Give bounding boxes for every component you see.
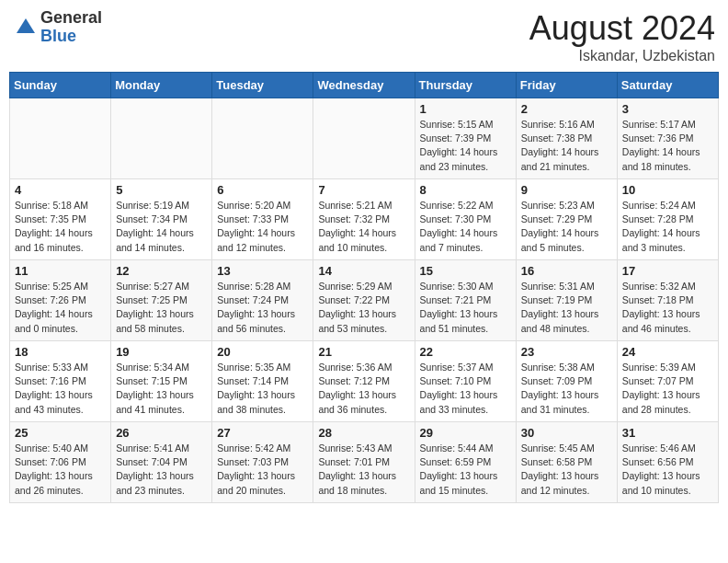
calendar-day-cell: 13Sunrise: 5:28 AM Sunset: 7:24 PM Dayli… [212,260,313,341]
day-info: Sunrise: 5:32 AM Sunset: 7:18 PM Dayligh… [622,280,713,336]
calendar-day-cell: 6Sunrise: 5:20 AM Sunset: 7:33 PM Daylig… [212,179,313,260]
day-number: 1 [420,102,511,116]
day-number: 30 [521,426,612,440]
calendar-day-cell [212,98,313,179]
day-info: Sunrise: 5:15 AM Sunset: 7:39 PM Dayligh… [420,118,511,174]
calendar-day-cell: 23Sunrise: 5:38 AM Sunset: 7:09 PM Dayli… [516,341,617,422]
day-number: 25 [15,426,106,440]
day-number: 20 [217,345,308,359]
day-info: Sunrise: 5:16 AM Sunset: 7:38 PM Dayligh… [521,118,612,174]
day-info: Sunrise: 5:28 AM Sunset: 7:24 PM Dayligh… [217,280,308,336]
calendar-day-cell: 5Sunrise: 5:19 AM Sunset: 7:34 PM Daylig… [111,179,212,260]
day-number: 11 [15,264,106,278]
title-area: August 2024 Iskandar, Uzbekistan [529,9,715,64]
weekday-header: Wednesday [313,73,415,98]
day-info: Sunrise: 5:22 AM Sunset: 7:30 PM Dayligh… [420,199,511,255]
calendar-day-cell: 18Sunrise: 5:33 AM Sunset: 7:16 PM Dayli… [10,341,111,422]
weekday-header: Sunday [10,73,111,98]
day-number: 13 [217,264,308,278]
calendar-day-cell: 14Sunrise: 5:29 AM Sunset: 7:22 PM Dayli… [313,260,415,341]
day-number: 21 [318,345,409,359]
day-info: Sunrise: 5:34 AM Sunset: 7:15 PM Dayligh… [116,361,207,417]
calendar-day-cell: 27Sunrise: 5:42 AM Sunset: 7:03 PM Dayli… [212,422,313,503]
calendar-day-cell: 22Sunrise: 5:37 AM Sunset: 7:10 PM Dayli… [415,341,516,422]
calendar-day-cell [111,98,212,179]
day-number: 28 [318,426,409,440]
day-info: Sunrise: 5:19 AM Sunset: 7:34 PM Dayligh… [116,199,207,255]
day-info: Sunrise: 5:41 AM Sunset: 7:04 PM Dayligh… [116,442,207,498]
calendar-day-cell [10,98,111,179]
day-info: Sunrise: 5:30 AM Sunset: 7:21 PM Dayligh… [420,280,511,336]
weekday-header: Monday [111,73,212,98]
weekday-header: Friday [516,73,617,98]
day-number: 8 [420,183,511,197]
calendar-day-cell: 15Sunrise: 5:30 AM Sunset: 7:21 PM Dayli… [415,260,516,341]
location: Iskandar, Uzbekistan [529,48,715,64]
day-info: Sunrise: 5:45 AM Sunset: 6:58 PM Dayligh… [521,442,612,498]
day-info: Sunrise: 5:23 AM Sunset: 7:29 PM Dayligh… [521,199,612,255]
day-info: Sunrise: 5:42 AM Sunset: 7:03 PM Dayligh… [217,442,308,498]
day-info: Sunrise: 5:46 AM Sunset: 6:56 PM Dayligh… [622,442,713,498]
day-info: Sunrise: 5:35 AM Sunset: 7:14 PM Dayligh… [217,361,308,417]
weekday-header: Saturday [617,73,718,98]
calendar-day-cell: 28Sunrise: 5:43 AM Sunset: 7:01 PM Dayli… [313,422,415,503]
calendar-week-row: 18Sunrise: 5:33 AM Sunset: 7:16 PM Dayli… [10,341,719,422]
day-info: Sunrise: 5:33 AM Sunset: 7:16 PM Dayligh… [15,361,106,417]
day-info: Sunrise: 5:21 AM Sunset: 7:32 PM Dayligh… [318,199,409,255]
calendar-day-cell: 19Sunrise: 5:34 AM Sunset: 7:15 PM Dayli… [111,341,212,422]
day-info: Sunrise: 5:31 AM Sunset: 7:19 PM Dayligh… [521,280,612,336]
calendar-day-cell: 29Sunrise: 5:44 AM Sunset: 6:59 PM Dayli… [415,422,516,503]
day-number: 14 [318,264,409,278]
weekday-header: Tuesday [212,73,313,98]
day-info: Sunrise: 5:17 AM Sunset: 7:36 PM Dayligh… [622,118,713,174]
calendar-day-cell: 8Sunrise: 5:22 AM Sunset: 7:30 PM Daylig… [415,179,516,260]
day-info: Sunrise: 5:39 AM Sunset: 7:07 PM Dayligh… [622,361,713,417]
day-number: 16 [521,264,612,278]
calendar-day-cell: 12Sunrise: 5:27 AM Sunset: 7:25 PM Dayli… [111,260,212,341]
logo-general: General [40,9,102,28]
calendar-week-row: 4Sunrise: 5:18 AM Sunset: 7:35 PM Daylig… [10,179,719,260]
logo: General Blue [13,9,102,46]
calendar-day-cell: 10Sunrise: 5:24 AM Sunset: 7:28 PM Dayli… [617,179,718,260]
day-info: Sunrise: 5:24 AM Sunset: 7:28 PM Dayligh… [622,199,713,255]
calendar-day-cell: 4Sunrise: 5:18 AM Sunset: 7:35 PM Daylig… [10,179,111,260]
day-info: Sunrise: 5:37 AM Sunset: 7:10 PM Dayligh… [420,361,511,417]
calendar-week-row: 1Sunrise: 5:15 AM Sunset: 7:39 PM Daylig… [10,98,719,179]
page-header: General Blue August 2024 Iskandar, Uzbek… [9,9,719,64]
day-info: Sunrise: 5:38 AM Sunset: 7:09 PM Dayligh… [521,361,612,417]
calendar-table: SundayMondayTuesdayWednesdayThursdayFrid… [9,72,719,503]
day-number: 5 [116,183,207,197]
day-number: 2 [521,102,612,116]
month-title: August 2024 [529,9,715,48]
weekday-header: Thursday [415,73,516,98]
day-number: 15 [420,264,511,278]
calendar-week-row: 25Sunrise: 5:40 AM Sunset: 7:06 PM Dayli… [10,422,719,503]
day-number: 7 [318,183,409,197]
day-number: 31 [622,426,713,440]
calendar-day-cell: 1Sunrise: 5:15 AM Sunset: 7:39 PM Daylig… [415,98,516,179]
calendar-day-cell [313,98,415,179]
day-number: 10 [622,183,713,197]
day-number: 4 [15,183,106,197]
day-info: Sunrise: 5:27 AM Sunset: 7:25 PM Dayligh… [116,280,207,336]
day-info: Sunrise: 5:36 AM Sunset: 7:12 PM Dayligh… [318,361,409,417]
day-number: 23 [521,345,612,359]
calendar-day-cell: 24Sunrise: 5:39 AM Sunset: 7:07 PM Dayli… [617,341,718,422]
calendar-day-cell: 3Sunrise: 5:17 AM Sunset: 7:36 PM Daylig… [617,98,718,179]
calendar-day-cell: 7Sunrise: 5:21 AM Sunset: 7:32 PM Daylig… [313,179,415,260]
day-info: Sunrise: 5:44 AM Sunset: 6:59 PM Dayligh… [420,442,511,498]
calendar-day-cell: 16Sunrise: 5:31 AM Sunset: 7:19 PM Dayli… [516,260,617,341]
logo-text: General Blue [40,9,102,46]
calendar-week-row: 11Sunrise: 5:25 AM Sunset: 7:26 PM Dayli… [10,260,719,341]
calendar-day-cell: 17Sunrise: 5:32 AM Sunset: 7:18 PM Dayli… [617,260,718,341]
day-info: Sunrise: 5:40 AM Sunset: 7:06 PM Dayligh… [15,442,106,498]
calendar-day-cell: 26Sunrise: 5:41 AM Sunset: 7:04 PM Dayli… [111,422,212,503]
calendar-day-cell: 20Sunrise: 5:35 AM Sunset: 7:14 PM Dayli… [212,341,313,422]
day-info: Sunrise: 5:18 AM Sunset: 7:35 PM Dayligh… [15,199,106,255]
calendar-day-cell: 30Sunrise: 5:45 AM Sunset: 6:58 PM Dayli… [516,422,617,503]
day-number: 19 [116,345,207,359]
day-number: 12 [116,264,207,278]
day-info: Sunrise: 5:20 AM Sunset: 7:33 PM Dayligh… [217,199,308,255]
logo-blue: Blue [40,28,102,46]
day-number: 26 [116,426,207,440]
